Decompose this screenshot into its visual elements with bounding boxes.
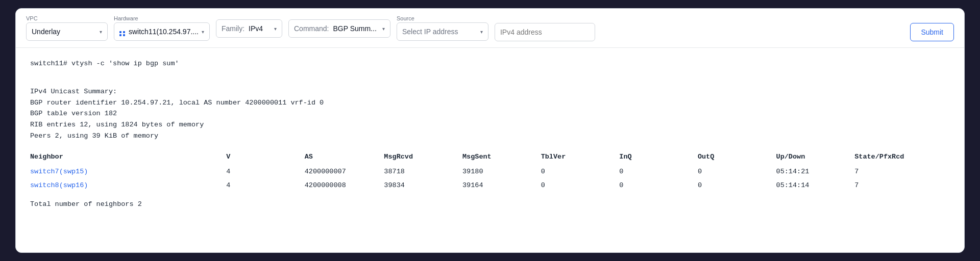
- vpc-dropdown-group: VPC Underlay ▾: [26, 15, 108, 41]
- output-line-2: BGP router identifier 10.254.97.21, loca…: [30, 97, 950, 109]
- toolbar: VPC Underlay ▾ Hardware switch11(10.254.…: [16, 9, 964, 48]
- ip-address-input[interactable]: [495, 23, 595, 41]
- th-as: AS: [305, 149, 384, 165]
- content-area: switch11# vtysh -c 'show ip bgp sum' IPv…: [16, 48, 964, 220]
- output-line-4: RIB entries 12, using 1824 bytes of memo…: [30, 119, 950, 130]
- output-line-blank: [30, 75, 950, 87]
- th-neighbor: Neighbor: [30, 149, 226, 165]
- tblver-cell-0: 0: [541, 165, 620, 179]
- neighbor-cell-1: switch8(swp16): [30, 178, 226, 193]
- bgp-table-section: Neighbor V AS MsgRcvd MsgSent TblVer InQ…: [30, 149, 950, 210]
- th-v: V: [226, 149, 305, 165]
- source-dropdown-group: Source Select IP address ▾: [397, 15, 488, 41]
- tblver-cell-1: 0: [541, 178, 620, 193]
- output-section: IPv4 Unicast Summary: BGP router identif…: [30, 75, 950, 142]
- as-cell-1: 4200000008: [305, 178, 384, 193]
- hardware-label: Hardware: [114, 15, 210, 21]
- command-dropdown-group: Command: BGP Summ... ▾: [288, 18, 390, 38]
- table-row: switch7(swp15)44200000007387183918000005…: [30, 165, 950, 179]
- updown-cell-0: 05:14:21: [776, 165, 855, 179]
- source-label: Source: [397, 15, 488, 21]
- outq-cell-0: 0: [698, 165, 776, 179]
- main-container: VPC Underlay ▾ Hardware switch11(10.254.…: [15, 8, 965, 253]
- vpc-chevron-icon: ▾: [100, 29, 102, 35]
- th-outq: OutQ: [698, 149, 776, 165]
- msgsent-cell-0: 39180: [462, 165, 541, 179]
- th-msgrcvd: MsgRcvd: [384, 149, 462, 165]
- v-cell-0: 4: [226, 165, 305, 179]
- vpc-value: Underlay: [32, 28, 60, 36]
- table-row: switch8(swp16)44200000008398343916400005…: [30, 178, 950, 193]
- th-inq: InQ: [619, 149, 698, 165]
- source-dropdown[interactable]: Select IP address ▾: [397, 22, 488, 41]
- neighbor-link-1[interactable]: switch8(swp16): [30, 181, 88, 189]
- total-neighbors-line: Total number of neighbors 2: [30, 199, 950, 210]
- output-line-5: Peers 2, using 39 KiB of memory: [30, 130, 950, 142]
- inq-cell-1: 0: [619, 178, 698, 193]
- submit-button[interactable]: Submit: [910, 23, 954, 41]
- neighbor-cell-0: switch7(swp15): [30, 165, 226, 179]
- source-value: Select IP address: [402, 28, 458, 36]
- command-prefix: Command:: [294, 24, 329, 33]
- th-msgsent: MsgSent: [462, 149, 541, 165]
- v-cell-1: 4: [226, 178, 305, 193]
- msgsent-cell-1: 39164: [462, 178, 541, 193]
- th-updown: Up/Down: [776, 149, 855, 165]
- command-chevron-icon: ▾: [382, 26, 385, 32]
- table-header-row: Neighbor V AS MsgRcvd MsgSent TblVer InQ…: [30, 149, 950, 165]
- command-line: switch11# vtysh -c 'show ip bgp sum': [30, 58, 950, 69]
- command-dropdown[interactable]: Command: BGP Summ... ▾: [288, 19, 390, 38]
- msgrcvd-cell-1: 39834: [384, 178, 462, 193]
- msgrcvd-cell-0: 38718: [384, 165, 462, 179]
- as-cell-0: 4200000007: [305, 165, 384, 179]
- grid-icon: [119, 27, 126, 37]
- output-line-3: BGP table version 182: [30, 108, 950, 119]
- family-prefix: Family:: [222, 24, 244, 33]
- vpc-dropdown[interactable]: Underlay ▾: [26, 22, 108, 41]
- neighbor-link-0[interactable]: switch7(swp15): [30, 168, 88, 175]
- family-value: IPv4: [249, 24, 263, 33]
- hardware-chevron-icon: ▾: [202, 29, 204, 35]
- inq-cell-0: 0: [619, 165, 698, 179]
- vpc-label: VPC: [26, 15, 108, 21]
- hardware-dropdown-group: Hardware switch11(10.254.97.... ▾: [114, 15, 210, 41]
- family-chevron-icon: ▾: [274, 26, 277, 32]
- family-dropdown-group: Family: IPv4 ▾: [216, 18, 282, 38]
- command-value: BGP Summ...: [333, 24, 376, 33]
- bgp-table: Neighbor V AS MsgRcvd MsgSent TblVer InQ…: [30, 149, 950, 193]
- state-cell-1: 7: [854, 178, 950, 193]
- hardware-value: switch11(10.254.97....: [129, 28, 199, 36]
- hardware-dropdown[interactable]: switch11(10.254.97.... ▾: [114, 22, 210, 41]
- source-chevron-icon: ▾: [480, 29, 483, 35]
- th-state: State/PfxRcd: [854, 149, 950, 165]
- output-line-1: IPv4 Unicast Summary:: [30, 86, 950, 97]
- family-dropdown[interactable]: Family: IPv4 ▾: [216, 19, 282, 38]
- th-tblver: TblVer: [541, 149, 620, 165]
- updown-cell-1: 05:14:14: [776, 178, 855, 193]
- state-cell-0: 7: [854, 165, 950, 179]
- outq-cell-1: 0: [698, 178, 776, 193]
